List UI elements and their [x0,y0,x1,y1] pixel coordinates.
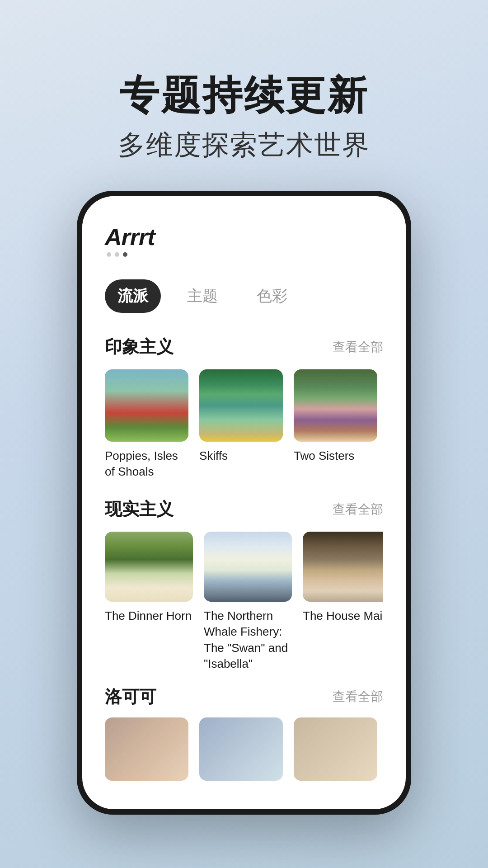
artwork-whale-fishery[interactable]: The Northern Whale Fishery: The "Swan" a… [204,532,292,671]
rococo-painting-3 [294,717,377,781]
artwork-dinner-horn[interactable]: The Dinner Horn [105,532,193,671]
two-sisters-painting [294,369,377,442]
whale-fishery-painting [204,532,292,602]
rococo-painting-1 [105,717,188,781]
logo-dots [105,252,383,257]
artwork-skiffs-image [199,369,283,442]
rococo-title: 洛可可 [105,685,156,708]
artwork-two-sisters[interactable]: Two Sisters [294,369,377,480]
realism-section: 现实主义 查看全部 The Dinner Horn [82,484,406,676]
two-sisters-title: Two Sisters [294,448,377,464]
artwork-poppies[interactable]: Poppies, Isles of Shoals [105,369,188,480]
house-maid-title: The House Maid [303,608,383,624]
impressionism-artworks: Poppies, Isles of Shoals Skiffs [105,369,383,480]
impressionism-header: 印象主义 查看全部 [105,335,383,359]
tab-genre[interactable]: 流派 [105,279,161,313]
impressionism-section: 印象主义 查看全部 Poppies, Isles of Shoals [82,322,406,484]
rococo-more[interactable]: 查看全部 [333,688,383,705]
logo-dot-2 [115,252,119,257]
impressionism-title: 印象主义 [105,335,174,359]
rococo-art-1[interactable] [105,717,188,781]
app-logo: Arrrt [105,223,383,250]
artwork-skiffs[interactable]: Skiffs [199,369,283,480]
logo-dot-3 [123,252,127,257]
rococo-art-2[interactable] [199,717,283,781]
tab-bar: 流派 主题 色彩 [82,266,406,322]
artwork-house-maid[interactable]: The House Maid [303,532,383,671]
tab-theme[interactable]: 主题 [174,279,230,313]
rococo-painting-2 [199,717,283,781]
phone-mockup: Arrrt 流派 主题 色彩 印象主义 查看全部 [77,191,411,815]
rococo-artworks [105,717,383,781]
dinner-horn-painting [105,532,193,602]
artwork-whale-fishery-image [204,532,292,602]
realism-artworks: The Dinner Horn The Northern Whale Fishe… [105,532,383,671]
house-maid-painting [303,532,383,602]
rococo-art-3[interactable] [294,717,377,781]
rococo-header: 洛可可 查看全部 [105,685,383,708]
hero-title: 专题持续更新 [118,72,370,118]
skiffs-title: Skiffs [199,448,283,464]
hero-subtitle: 多维度探索艺术世界 [118,127,370,164]
logo-dot-1 [107,252,111,257]
tab-color[interactable]: 色彩 [244,279,300,313]
rococo-section: 洛可可 查看全部 [82,676,406,785]
skiffs-painting [199,369,283,442]
artwork-dinner-horn-image [105,532,193,602]
artwork-house-maid-image [303,532,383,602]
realism-header: 现实主义 查看全部 [105,498,383,521]
poppies-painting [105,369,188,442]
poppies-title: Poppies, Isles of Shoals [105,448,188,480]
phone-screen: Arrrt 流派 主题 色彩 印象主义 查看全部 [82,196,406,809]
whale-fishery-title: The Northern Whale Fishery: The "Swan" a… [204,608,292,671]
app-header: Arrrt [82,196,406,266]
realism-title: 现实主义 [105,498,174,521]
hero-section: 专题持续更新 多维度探索艺术世界 [118,72,370,164]
impressionism-more[interactable]: 查看全部 [333,339,383,356]
realism-more[interactable]: 查看全部 [333,501,383,518]
scroll-content[interactable]: 印象主义 查看全部 Poppies, Isles of Shoals [82,322,406,809]
dinner-horn-title: The Dinner Horn [105,608,193,624]
artwork-two-sisters-image [294,369,377,442]
artwork-poppies-image [105,369,188,442]
